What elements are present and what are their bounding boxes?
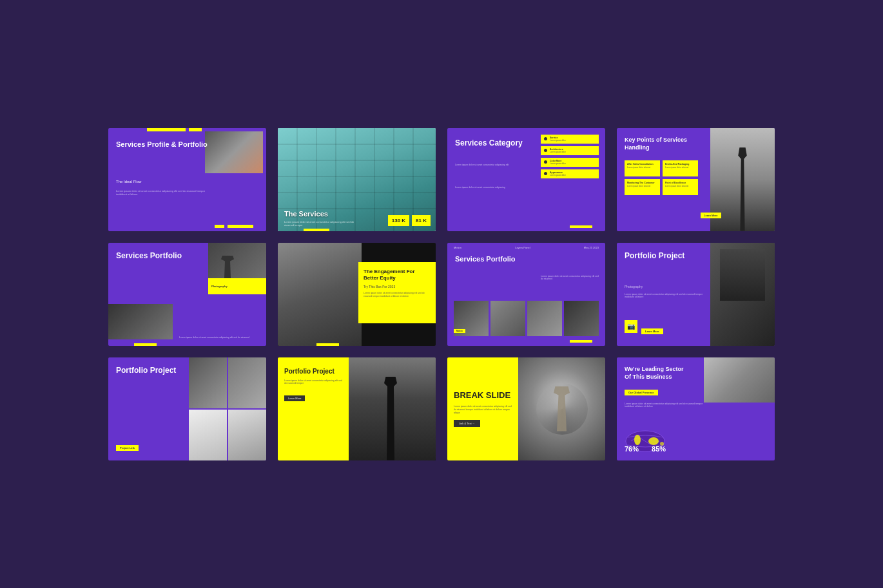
slide-8-btn[interactable]: Learn More (641, 328, 663, 334)
slide-8-subtitle: Photography (625, 285, 643, 289)
slide-1-desc: Lorem ipsum dolor sit amet consectetur a… (116, 189, 206, 196)
slide-9-btn[interactable]: Project Link (116, 445, 139, 451)
slide-3-title: Services Category (455, 138, 523, 149)
slide-11-title: BREAK SLIDE (454, 390, 512, 401)
card-title-4: Point of Excellence (665, 182, 695, 184)
slide-4-cards: After Sales Consultation Lorem ipsum dol… (625, 160, 698, 195)
slide-12-title: We're Leading Sector Of This Business (625, 365, 689, 381)
slide-7-desc: Lorem ipsum dolor sit amet consectetur a… (541, 275, 599, 281)
slide-4-learn-more[interactable]: Learn More (701, 213, 721, 218)
slide-5-bar (134, 343, 157, 346)
slide-6[interactable]: The Engagement For Better Equity Try Thi… (278, 243, 436, 346)
slide-11-photo (518, 357, 605, 460)
svg-point-14 (648, 437, 659, 445)
slide-9-photo-1 (189, 357, 227, 408)
cat-sub-2: Lorem ipsum dolor (550, 151, 566, 153)
deco-bar-1 (147, 128, 186, 131)
slide-9-title: Portfolio Project (116, 365, 176, 376)
stat-box-2: 81 K (412, 215, 431, 226)
slide-10-bg (349, 357, 436, 460)
slide-12-photo (704, 357, 775, 403)
slide-2-bar (304, 229, 329, 231)
slide-10[interactable]: Portfolio Project Lorem ipsum dolor sit … (278, 357, 436, 460)
cat-dot-2 (544, 149, 547, 152)
slide-1-title: Services Profile & Portfolio (116, 140, 208, 149)
slide-9-photo-3 (189, 410, 227, 460)
cat-item-2: Architecture Lorem ipsum dolor (541, 146, 599, 155)
slide-7-bar (570, 340, 592, 343)
slide-12[interactable]: We're Leading Sector Of This Business Ou… (617, 357, 775, 460)
slide-12-photo-bg (704, 357, 775, 403)
slide-11[interactable]: BREAK SLIDE Lorem ipsum dolor sit amet c… (447, 357, 605, 460)
slide-6-photo (278, 243, 362, 346)
svg-point-13 (634, 435, 641, 445)
card-text-1: Lorem ipsum dolor sit amet (627, 167, 657, 169)
slide-7-photo-2 (490, 301, 525, 336)
slide-3-bar (570, 225, 592, 228)
slide-10-title: Portfolio Project (284, 367, 342, 375)
statue-bg (518, 357, 605, 460)
slide-6-title: The Engagement For Better Equity (364, 269, 431, 282)
slide-10-btn[interactable]: Learn More (284, 395, 305, 401)
slide-5-title: Services Portfolio (116, 251, 182, 261)
slide-12-stat-2: 85% (652, 445, 666, 453)
slide-1[interactable]: Services Profile & Portfolio The Ideal F… (108, 128, 266, 231)
slide-8[interactable]: Portfolio Project Photography Lorem ipsu… (617, 243, 775, 346)
camera-image (205, 131, 263, 173)
slide-3-desc1: Lorem ipsum dolor sit amet consectetur a… (455, 164, 519, 167)
slide-8-bg (710, 243, 775, 346)
slide-4[interactable]: Key Points of Services Handling After Sa… (617, 128, 775, 231)
card-title-3: Monitoring The Customer (627, 182, 657, 184)
slide-10-yellow-box: Portfolio Project Lorem ipsum dolor sit … (278, 357, 349, 460)
deco-bar-bottom-1 (228, 225, 253, 228)
cat-item-3: Color Meet Lorem ipsum dolor (541, 158, 599, 167)
card-text-2: Lorem ipsum dolor sit amet (665, 167, 695, 169)
slide-5[interactable]: Photography Services Portfolio Lorem ips… (108, 243, 266, 346)
slide-2-desc: Lorem ipsum dolor sit amet consectetur a… (284, 220, 362, 227)
slide-12-desc: Lorem ipsum dolor sit amet consectetur a… (625, 403, 708, 409)
slide-9-photo-4 (228, 410, 266, 460)
slide-7[interactable]: Motion Layers Panel May 25 2023 Services… (447, 243, 605, 346)
slide-6-photo-bg (278, 243, 362, 346)
card-3: Monitoring The Customer Lorem ipsum dolo… (625, 179, 660, 195)
slide-12-stats: 76% 85% (625, 445, 666, 453)
slide-1-photo (205, 131, 263, 173)
slide-5-desc: Lorem ipsum dolor sit amet consectetur a… (179, 336, 263, 339)
cat-item-1: Service Lorem ipsum dolor (541, 135, 599, 144)
slide-10-text: Lorem ipsum dolor sit amet consectetur a… (284, 379, 342, 386)
cat-sub-1: Lorem ipsum dolor (550, 139, 566, 142)
cat-dot-3 (544, 160, 547, 164)
slide-3-categories: Service Lorem ipsum dolor Architecture L… (541, 135, 599, 181)
slide-7-title: Services Portfolio (455, 254, 516, 264)
slide-4-title: Key Points of Services Handling (625, 136, 708, 152)
cat-item-4: Appearance Lorem ipsum dolor (541, 169, 599, 178)
slide-8-title: Portfolio Project (625, 251, 684, 261)
slide-11-yellow-box: BREAK SLIDE Lorem ipsum dolor sit amet c… (447, 357, 518, 460)
slide-7-label2: Layers Panel (515, 246, 530, 249)
deco-bar-bottom-2 (215, 225, 224, 228)
slide-5-accent: Photography (208, 278, 266, 294)
slide-9-photos (189, 357, 266, 460)
card-title-1: After Sales Consultation (627, 163, 657, 166)
slide-11-text: Lorem ipsum dolor sit amet consectetur a… (454, 405, 512, 415)
cat-dot-1 (544, 137, 547, 140)
photo-person (720, 249, 765, 301)
stat-num-1: 130 K (392, 218, 405, 223)
slide-9[interactable]: Portfolio Project Project Link (108, 357, 266, 460)
slide-8-desc: Lorem ipsum dolor sit amet consectetur a… (625, 293, 705, 299)
slide-3-desc2: Lorem ipsum dolor sit amet consectetur a… (455, 186, 519, 189)
slide-3[interactable]: Services Category Lorem ipsum dolor sit … (447, 128, 605, 231)
slide-5-photo-bottom (108, 304, 173, 339)
slide-7-topbar: Motion Layers Panel May 25 2023 (447, 246, 605, 249)
slides-grid: Services Profile & Portfolio The Ideal F… (82, 102, 801, 486)
slide-7-photo-grid (447, 301, 605, 336)
card-text-3: Lorem ipsum dolor sit amet (627, 185, 657, 188)
slide-12-stat-1: 76% (625, 445, 639, 453)
slide-6-bar (316, 343, 339, 346)
slide-12-btn[interactable]: Our Global Presence (625, 390, 658, 395)
slide-7-label3: May 25 2023 (584, 246, 599, 249)
slide-11-btn[interactable]: Link & Text → (454, 420, 480, 427)
slide-7-yellow-label: Motion (454, 329, 465, 333)
card-2: End-to-End Packaging Lorem ipsum dolor s… (663, 160, 698, 176)
slide-2[interactable]: The Services Lorem ipsum dolor sit amet … (278, 128, 436, 231)
